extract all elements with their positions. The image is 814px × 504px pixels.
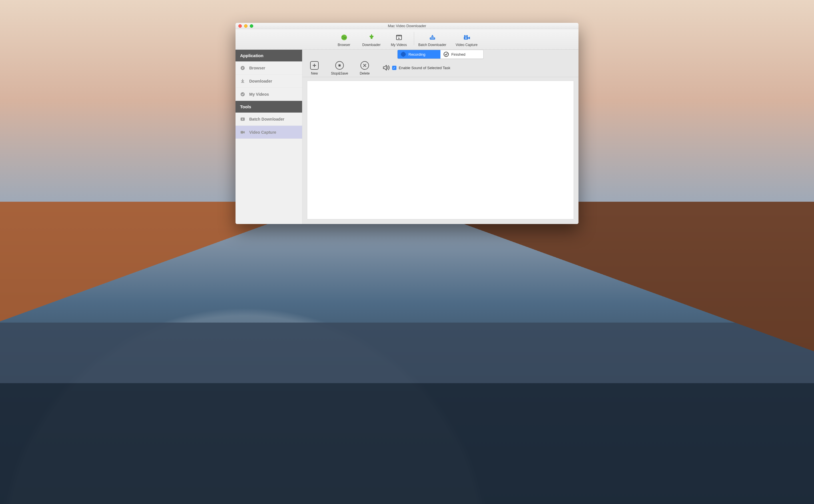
x-circle-icon xyxy=(360,61,369,70)
batch-icon xyxy=(429,34,436,41)
sidebar-item-label: My Videos xyxy=(249,92,269,97)
svg-point-17 xyxy=(241,92,245,96)
sidebar-item-browser[interactable]: Browser xyxy=(235,61,302,75)
tab-finished-label: Finished xyxy=(451,52,465,57)
camera-icon xyxy=(463,34,471,41)
enable-sound-row: ✓ Enable Sound of Selected Task xyxy=(382,61,450,71)
enable-sound-checkbox[interactable]: ✓ xyxy=(392,66,396,70)
toolbar-browser-button[interactable]: Browser xyxy=(330,32,358,47)
app-window: Mac Video Downloader Browser Downloader xyxy=(235,23,579,224)
sidebar-item-label: Downloader xyxy=(249,79,272,83)
stop-save-button[interactable]: Stop&Save xyxy=(331,61,348,75)
sidebar-section-application: Application xyxy=(235,50,302,61)
svg-point-20 xyxy=(401,52,405,56)
main-panel: Recording Finished New xyxy=(302,50,579,224)
sidebar: Application Browser Downloader My Videos xyxy=(235,50,302,224)
globe-icon xyxy=(340,34,348,41)
window-minimize-button[interactable] xyxy=(244,24,247,28)
task-list-area xyxy=(307,81,574,219)
sidebar-item-video-capture[interactable]: Video Capture xyxy=(235,126,302,139)
svg-rect-22 xyxy=(338,64,340,66)
toolbar: Browser Downloader My Videos Batch D xyxy=(235,29,579,50)
new-label: New xyxy=(311,71,318,75)
toolbar-myvideos-button[interactable]: My Videos xyxy=(385,32,413,47)
enable-sound-label: Enable Sound of Selected Task xyxy=(399,66,450,70)
window-zoom-button[interactable] xyxy=(250,24,253,28)
svg-point-4 xyxy=(399,35,399,36)
tab-recording-label: Recording xyxy=(409,52,425,57)
svg-point-21 xyxy=(444,52,449,57)
svg-point-9 xyxy=(433,38,434,39)
svg-point-3 xyxy=(397,35,398,36)
plus-square-icon xyxy=(310,61,319,70)
toolbar-capture-label: Video Capture xyxy=(456,43,478,47)
toolbar-batch-button[interactable]: Batch Downloader xyxy=(415,32,450,47)
tab-finished[interactable]: Finished xyxy=(441,50,483,59)
toolbar-downloader-button[interactable]: Downloader xyxy=(358,32,385,47)
svg-point-14 xyxy=(466,35,468,37)
traffic-lights xyxy=(238,24,253,28)
svg-rect-19 xyxy=(241,131,243,133)
toolbar-capture-button[interactable]: Video Capture xyxy=(450,32,484,47)
delete-button[interactable]: Delete xyxy=(358,61,371,75)
toolbar-browser-label: Browser xyxy=(337,43,350,47)
new-button[interactable]: New xyxy=(307,61,321,75)
svg-point-7 xyxy=(431,38,431,39)
svg-point-8 xyxy=(432,38,433,39)
svg-rect-16 xyxy=(241,82,244,83)
svg-point-13 xyxy=(464,35,466,37)
sidebar-section-tools: Tools xyxy=(235,101,302,113)
delete-label: Delete xyxy=(360,71,370,75)
toolbar-batch-label: Batch Downloader xyxy=(418,43,446,47)
titlebar: Mac Video Downloader xyxy=(235,23,579,29)
speaker-icon xyxy=(382,64,390,71)
sidebar-item-myvideos[interactable]: My Videos xyxy=(235,88,302,101)
sidebar-item-downloader[interactable]: Downloader xyxy=(235,75,302,88)
svg-point-12 xyxy=(465,37,466,38)
play-rect-icon xyxy=(240,117,245,122)
download-icon xyxy=(240,79,245,84)
compass-icon xyxy=(240,65,245,71)
sidebar-item-label: Video Capture xyxy=(249,130,276,135)
tab-recording[interactable]: Recording xyxy=(397,50,441,59)
sidebar-item-label: Browser xyxy=(249,66,265,70)
sidebar-item-batch[interactable]: Batch Downloader xyxy=(235,113,302,126)
action-row: New Stop&Save Delete xyxy=(302,59,579,77)
film-icon xyxy=(395,34,403,41)
video-icon xyxy=(240,130,245,135)
svg-point-5 xyxy=(400,35,401,36)
toolbar-myvideos-label: My Videos xyxy=(391,43,407,47)
stop-circle-icon xyxy=(335,61,344,70)
window-title: Mac Video Downloader xyxy=(235,24,579,28)
segmented-control: Recording Finished xyxy=(397,50,484,59)
download-arrow-icon xyxy=(368,34,375,41)
target-icon xyxy=(400,51,406,57)
toolbar-separator xyxy=(414,32,414,45)
checkmark-circle-icon xyxy=(443,51,449,57)
sidebar-item-label: Batch Downloader xyxy=(249,117,284,121)
window-close-button[interactable] xyxy=(238,24,242,28)
stop-save-label: Stop&Save xyxy=(331,71,348,75)
toolbar-downloader-label: Downloader xyxy=(362,43,380,47)
check-circle-icon xyxy=(240,92,245,97)
